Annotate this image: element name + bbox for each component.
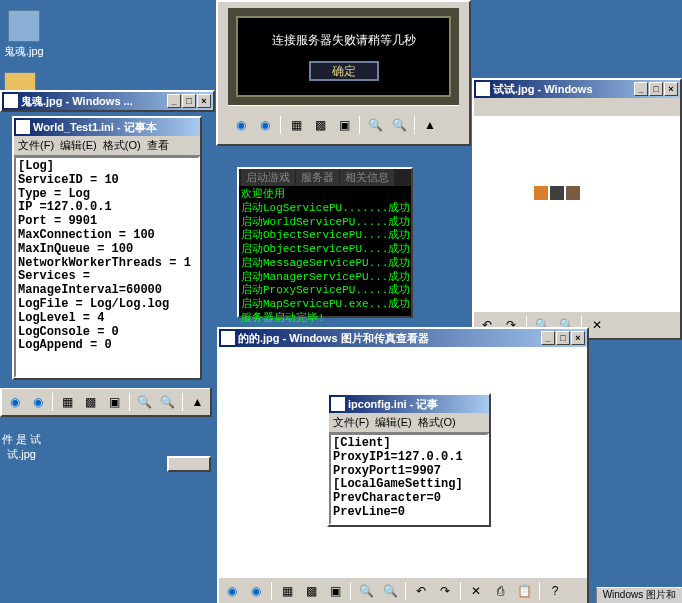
window-title: ipconfig.ini - 记事: [348, 397, 487, 412]
maximize-button[interactable]: □: [182, 94, 196, 108]
desktop-icon-label: 试.jpg: [2, 447, 41, 462]
maximize-button[interactable]: □: [556, 331, 570, 345]
fit-icon[interactable]: ▦: [287, 116, 305, 134]
menu-view[interactable]: 查看: [147, 138, 169, 153]
menubar-placeholder: [474, 98, 680, 116]
separator: [52, 393, 53, 411]
slideshow-icon[interactable]: ▣: [335, 116, 353, 134]
zoom-out-icon[interactable]: 🔍: [159, 393, 176, 411]
menu-format[interactable]: 格式(O): [418, 415, 456, 430]
app-icon: [221, 331, 235, 345]
toolbar: ◉ ◉ ▦ ▩ ▣ 🔍 🔍 ↶ ↷ ✕ ⎙ 📋 ?: [219, 577, 587, 603]
menu-edit[interactable]: 编辑(E): [60, 138, 97, 153]
menu-file[interactable]: 文件(F): [333, 415, 369, 430]
ok-button[interactable]: 确定: [309, 61, 379, 81]
menubar: 文件(F) 编辑(E) 格式(O) 查看: [14, 136, 200, 156]
text-content[interactable]: [Client] ProxyIP1=127.0.0.1 ProxyPort1=9…: [329, 433, 489, 525]
slideshow-icon[interactable]: ▣: [106, 393, 123, 411]
photoviewer-window-3[interactable]: 的的.jpg - Windows 图片和传真查看器 _ □ × ipconfig…: [217, 327, 589, 603]
next-button[interactable]: ◉: [29, 393, 46, 411]
desktop-icon-label: 件 是 试: [2, 432, 41, 447]
minimize-button[interactable]: _: [541, 331, 555, 345]
next-button[interactable]: ◉: [256, 116, 274, 134]
slideshow-icon[interactable]: ▣: [326, 582, 344, 600]
separator: [359, 116, 360, 134]
window-title: 的的.jpg - Windows 图片和传真查看器: [238, 331, 541, 346]
game-viewer-window[interactable]: 连接服务器失败请稍等几秒 确定 ◉ ◉ ▦ ▩ ▣ 🔍 🔍 ▲: [216, 0, 471, 146]
prev-button[interactable]: ◉: [232, 116, 250, 134]
tab-info[interactable]: 相关信息: [340, 169, 394, 186]
menubar: 文件(F) 编辑(E) 格式(O): [329, 413, 489, 433]
menu-edit[interactable]: 编辑(E): [375, 415, 412, 430]
photoviewer1-toolbar-window: ◉ ◉ ▦ ▩ ▣ 🔍 🔍 ▲: [0, 388, 212, 417]
console-tabs: 启动游戏 服务器 相关信息: [239, 169, 411, 186]
image-content: [534, 186, 580, 200]
notepad-window-1[interactable]: World_Test1.ini - 记事本 文件(F) 编辑(E) 格式(O) …: [12, 116, 202, 380]
window-title: World_Test1.ini - 记事本: [33, 120, 198, 135]
actual-icon[interactable]: ▩: [82, 393, 99, 411]
zoom-out-icon[interactable]: 🔍: [381, 582, 399, 600]
separator: [405, 582, 406, 600]
titlebar[interactable]: 的的.jpg - Windows 图片和传真查看器 _ □ ×: [219, 329, 587, 347]
zoom-out-icon[interactable]: 🔍: [390, 116, 408, 134]
zoom-in-icon[interactable]: 🔍: [366, 116, 384, 134]
print-icon[interactable]: ⎙: [491, 582, 509, 600]
separator: [414, 116, 415, 134]
titlebar[interactable]: 鬼魂.jpg - Windows ... _ □ ×: [2, 92, 213, 110]
taskbar-fragment[interactable]: Windows 图片和: [596, 587, 682, 603]
photoviewer-window-2[interactable]: 试试.jpg - Windows _ □ × ↶ ↷ 🔍 🔍 ✕: [472, 78, 682, 340]
actual-icon[interactable]: ▩: [311, 116, 329, 134]
close-button[interactable]: ×: [197, 94, 211, 108]
window-fragment: [167, 456, 211, 472]
delete-icon[interactable]: ✕: [588, 316, 606, 334]
photoviewer-window-1[interactable]: 鬼魂.jpg - Windows ... _ □ ×: [0, 90, 215, 112]
desktop-icon-ghost[interactable]: 鬼魂.jpg: [4, 10, 44, 59]
window-title: 鬼魂.jpg - Windows ...: [21, 94, 167, 109]
minimize-button[interactable]: _: [167, 94, 181, 108]
desktop-icon-label: 鬼魂.jpg: [4, 44, 44, 59]
delete-icon[interactable]: ✕: [467, 582, 485, 600]
toolbar: ◉ ◉ ▦ ▩ ▣ 🔍 🔍 ▲: [228, 105, 459, 138]
menu-format[interactable]: 格式(O): [103, 138, 141, 153]
image-canvas: ipconfig.ini - 记事 文件(F) 编辑(E) 格式(O) [Cli…: [219, 347, 587, 577]
menu-file[interactable]: 文件(F): [18, 138, 54, 153]
help-icon[interactable]: ?: [546, 582, 564, 600]
zoom-in-icon[interactable]: 🔍: [357, 582, 375, 600]
save-icon[interactable]: ▲: [189, 393, 206, 411]
desktop-icon-test[interactable]: 件 是 试 试.jpg: [2, 432, 41, 462]
tab-launch[interactable]: 启动游戏: [241, 169, 295, 186]
image-canvas: [474, 116, 680, 311]
tab-server[interactable]: 服务器: [296, 169, 339, 186]
separator: [539, 582, 540, 600]
close-button[interactable]: ×: [664, 82, 678, 96]
titlebar[interactable]: World_Test1.ini - 记事本: [14, 118, 200, 136]
titlebar[interactable]: ipconfig.ini - 记事: [329, 395, 489, 413]
maximize-button[interactable]: □: [649, 82, 663, 96]
notepad-icon: [331, 397, 345, 411]
separator: [129, 393, 130, 411]
close-button[interactable]: ×: [571, 331, 585, 345]
titlebar[interactable]: 试试.jpg - Windows _ □ ×: [474, 80, 680, 98]
notepad-icon: [16, 120, 30, 134]
taskbar-label: Windows 图片和: [603, 589, 676, 600]
dialog-message: 连接服务器失败请稍等几秒: [246, 32, 441, 49]
game-connection-dialog: 连接服务器失败请稍等几秒 确定: [228, 8, 459, 105]
next-button[interactable]: ◉: [247, 582, 265, 600]
notepad-window-2[interactable]: ipconfig.ini - 记事 文件(F) 编辑(E) 格式(O) [Cli…: [327, 393, 491, 527]
toolbar: ◉ ◉ ▦ ▩ ▣ 🔍 🔍 ▲: [2, 388, 210, 415]
window-title: 试试.jpg - Windows: [493, 82, 634, 97]
minimize-button[interactable]: _: [634, 82, 648, 96]
zoom-in-icon[interactable]: 🔍: [136, 393, 153, 411]
fit-icon[interactable]: ▦: [59, 393, 76, 411]
save-icon[interactable]: ▲: [421, 116, 439, 134]
copy-icon[interactable]: 📋: [515, 582, 533, 600]
text-content[interactable]: [Log] ServiceID = 10 Type = Log IP =127.…: [14, 156, 200, 378]
prev-button[interactable]: ◉: [223, 582, 241, 600]
fit-icon[interactable]: ▦: [278, 582, 296, 600]
rotate-left-icon[interactable]: ↶: [412, 582, 430, 600]
actual-icon[interactable]: ▩: [302, 582, 320, 600]
server-console-window[interactable]: 启动游戏 服务器 相关信息 欢迎使用 启动LogServicePU.......…: [237, 167, 413, 318]
rotate-right-icon[interactable]: ↷: [436, 582, 454, 600]
prev-button[interactable]: ◉: [6, 393, 23, 411]
app-icon: [4, 94, 18, 108]
